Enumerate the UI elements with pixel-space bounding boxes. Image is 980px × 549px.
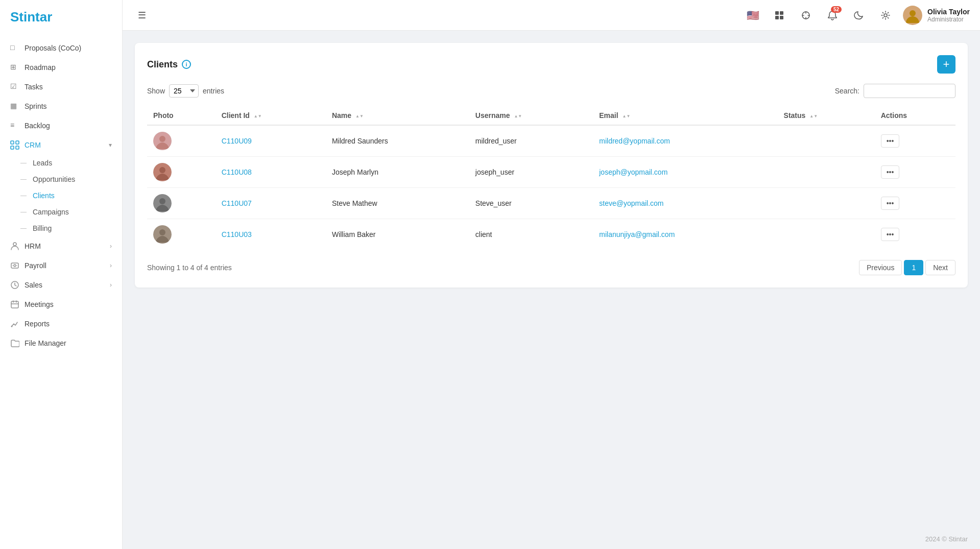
- svg-rect-8: [11, 301, 18, 308]
- table-controls: Show 25 10 50 100 entries Search:: [147, 84, 955, 98]
- svg-point-23: [159, 198, 165, 204]
- sidebar-item-file-manager[interactable]: File Manager: [0, 333, 122, 353]
- add-client-button[interactable]: +: [937, 55, 955, 74]
- client-id-cell: C110U09: [216, 125, 326, 157]
- email-link[interactable]: joseph@yopmail.com: [599, 168, 667, 176]
- clients-label: Clients: [33, 192, 55, 200]
- row-avatar: [153, 225, 172, 244]
- footer: 2024 © Stintar: [123, 529, 980, 549]
- logo-text: Stintar: [10, 9, 52, 25]
- status-cell: [778, 157, 875, 188]
- username-cell: Steve_user: [469, 188, 593, 219]
- page-1-button[interactable]: 1: [904, 260, 923, 275]
- table-footer: Showing 1 to 4 of 4 entries Previous 1 N…: [147, 260, 955, 275]
- grid-button[interactable]: [770, 6, 788, 25]
- table-header: Photo Client Id ▲▼ Name ▲▼ Username ▲▼: [147, 106, 955, 125]
- backlog-icon: ≡: [10, 121, 19, 130]
- sidebar-nav: □ Proposals (CoCo) ⊞ Roadmap ☑ Tasks ▦ S…: [0, 34, 122, 549]
- entries-select[interactable]: 25 10 50 100: [169, 84, 199, 98]
- svg-rect-2: [11, 146, 14, 149]
- sidebar-item-reports[interactable]: Reports: [0, 314, 122, 333]
- client-id-link[interactable]: C110U07: [222, 199, 252, 207]
- search-input[interactable]: [864, 84, 955, 98]
- actions-cell: •••: [875, 125, 955, 157]
- sidebar-sub-opportunities[interactable]: Opportunities: [0, 171, 122, 187]
- flag-button[interactable]: 🇺🇸: [744, 6, 762, 25]
- avatar-cell: [147, 157, 216, 188]
- svg-point-21: [159, 167, 165, 173]
- actions-button[interactable]: •••: [881, 134, 900, 148]
- showing-text: Showing 1 to 4 of 4 entries: [147, 264, 232, 272]
- name-cell: Joseph Marlyn: [326, 157, 469, 188]
- sidebar-item-payroll[interactable]: Payroll ›: [0, 256, 122, 275]
- email-link[interactable]: mildred@yopmail.com: [599, 137, 670, 145]
- sort-icon: ▲▼: [514, 114, 522, 118]
- menu-button[interactable]: ☰: [133, 6, 151, 25]
- svg-rect-0: [11, 141, 14, 144]
- actions-cell: •••: [875, 157, 955, 188]
- actions-button[interactable]: •••: [881, 228, 900, 241]
- billing-label: Billing: [33, 224, 52, 232]
- actions-button[interactable]: •••: [881, 197, 900, 210]
- dark-mode-button[interactable]: [850, 6, 868, 25]
- svg-point-25: [159, 229, 165, 235]
- hrm-icon: [10, 242, 19, 251]
- content-area: Clients i + Show 25 10 50 100 entries: [123, 31, 980, 529]
- hrm-arrow-icon: ›: [110, 243, 112, 250]
- sidebar-sub-leads[interactable]: Leads: [0, 155, 122, 171]
- sidebar-item-sales[interactable]: Sales ›: [0, 275, 122, 295]
- col-client-id[interactable]: Client Id ▲▼: [216, 106, 326, 125]
- svg-point-19: [159, 136, 165, 142]
- crosshair-icon: [801, 10, 811, 20]
- previous-button[interactable]: Previous: [859, 260, 902, 275]
- username-cell: mildred_user: [469, 125, 593, 157]
- sidebar-item-proposals[interactable]: □ Proposals (CoCo): [0, 38, 122, 58]
- notification-button[interactable]: 52: [823, 6, 842, 25]
- client-id-link[interactable]: C110U03: [222, 230, 252, 238]
- sidebar-item-label: File Manager: [25, 339, 66, 347]
- sidebar-item-label: Sprints: [25, 102, 47, 110]
- sidebar-item-roadmap[interactable]: ⊞ Roadmap: [0, 58, 122, 77]
- sidebar-item-tasks[interactable]: ☑ Tasks: [0, 77, 122, 97]
- sidebar-item-backlog[interactable]: ≡ Backlog: [0, 116, 122, 135]
- sidebar-sub-clients[interactable]: Clients: [0, 187, 122, 204]
- col-name[interactable]: Name ▲▼: [326, 106, 469, 125]
- sidebar-item-meetings[interactable]: Meetings: [0, 295, 122, 314]
- next-button[interactable]: Next: [925, 260, 955, 275]
- user-profile[interactable]: Olivia Taylor Administrator: [903, 6, 970, 25]
- sidebar-item-hrm[interactable]: HRM ›: [0, 236, 122, 256]
- svg-point-17: [910, 10, 916, 16]
- user-name: Olivia Taylor: [927, 8, 970, 16]
- file-manager-icon: [10, 339, 19, 348]
- user-avatar: [903, 6, 922, 25]
- roadmap-icon: ⊞: [10, 63, 19, 72]
- sidebar-item-crm[interactable]: CRM ▾: [0, 135, 122, 155]
- col-email[interactable]: Email ▲▼: [593, 106, 777, 125]
- info-icon[interactable]: i: [182, 60, 191, 69]
- settings-button[interactable]: [876, 6, 895, 25]
- svg-rect-11: [780, 11, 783, 15]
- sidebar-item-label: Proposals (CoCo): [25, 44, 81, 52]
- email-cell: steve@yopmail.com: [593, 188, 777, 219]
- client-id-link[interactable]: C110U08: [222, 168, 252, 176]
- crosshair-button[interactable]: [797, 6, 815, 25]
- actions-button[interactable]: •••: [881, 165, 900, 179]
- sidebar-sub-campaigns[interactable]: Campaigns: [0, 204, 122, 220]
- sidebar-item-label: Backlog: [25, 122, 50, 130]
- client-id-link[interactable]: C110U09: [222, 137, 252, 145]
- col-username[interactable]: Username ▲▼: [469, 106, 593, 125]
- user-role: Administrator: [927, 16, 970, 23]
- col-status[interactable]: Status ▲▼: [778, 106, 875, 125]
- email-link[interactable]: steve@yopmail.com: [599, 199, 663, 207]
- actions-cell: •••: [875, 188, 955, 219]
- row-avatar: [153, 194, 172, 212]
- client-id-cell: C110U03: [216, 219, 326, 250]
- sales-arrow-icon: ›: [110, 281, 112, 289]
- email-link[interactable]: milanunjiya@gmail.com: [599, 230, 675, 238]
- sidebar-sub-billing[interactable]: Billing: [0, 220, 122, 236]
- svg-rect-10: [775, 11, 779, 15]
- sort-icon: ▲▼: [623, 114, 631, 118]
- sidebar-item-label: CRM: [25, 141, 41, 149]
- entries-label: entries: [203, 87, 224, 95]
- sidebar-item-sprints[interactable]: ▦ Sprints: [0, 97, 122, 116]
